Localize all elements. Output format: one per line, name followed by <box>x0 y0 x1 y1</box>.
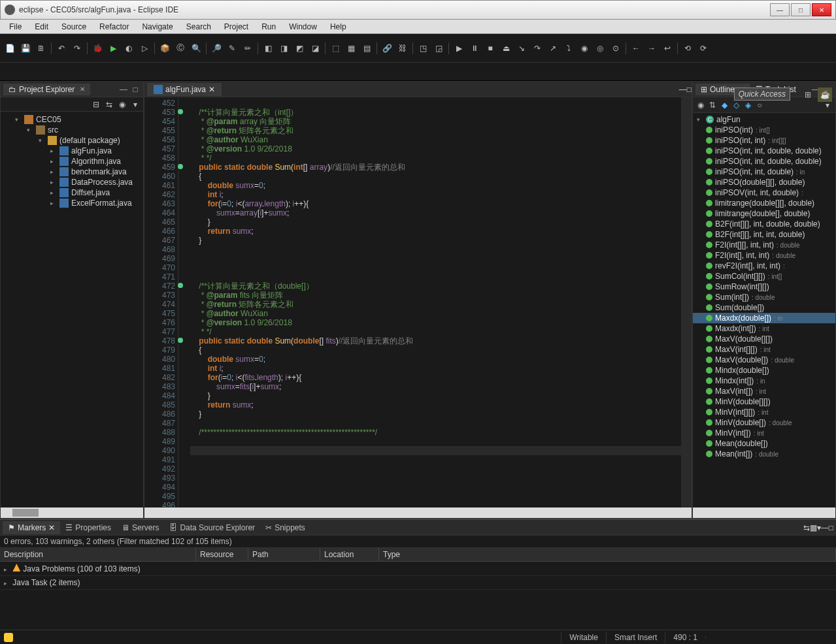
dse-tab[interactable]: 🗄Data Source Explorer <box>164 521 260 534</box>
hide-static-icon[interactable]: ◇ <box>731 100 741 110</box>
tb-ext-1[interactable]: ◳ <box>416 41 430 56</box>
outline-hscroll[interactable] <box>693 507 835 518</box>
outline-method[interactable]: MaxV(double[]) : double <box>693 355 835 365</box>
outline-tree[interactable]: ▾C algFun iniPSO(int) : int[]iniPSO(int,… <box>693 113 835 507</box>
editor-body[interactable]: 4524534544554564574584594604614624634644… <box>144 97 692 507</box>
disconnect-icon[interactable]: ⏏ <box>499 41 513 56</box>
view-menu-icon[interactable]: ▾ <box>130 99 141 110</box>
tree-package[interactable]: ▾(default package) <box>2 135 142 146</box>
run-icon[interactable]: ▶ <box>106 41 120 56</box>
tb-nav-3[interactable]: ▤ <box>359 41 374 56</box>
outline-method[interactable]: iniPSO(int, int, double, double) <box>693 156 835 167</box>
markers-row[interactable]: ▸ Java Task (2 items) <box>0 576 836 590</box>
quick-access-field[interactable]: Quick Access <box>734 88 790 101</box>
tb-link-2[interactable]: ⛓ <box>395 41 410 56</box>
outline-method[interactable]: Mindx(double[]) <box>693 365 835 376</box>
close-icon[interactable]: ✕ <box>48 523 55 532</box>
menu-run[interactable]: Run <box>255 21 282 33</box>
tree-file[interactable]: ▸benchmark.java <box>2 167 142 177</box>
last-edit-icon[interactable]: ↩ <box>660 41 675 56</box>
maximize-editor-icon[interactable]: □ <box>687 85 692 94</box>
focus-active-icon[interactable]: ◉ <box>695 100 706 110</box>
markers-table[interactable]: Description Resource Path Location Type … <box>0 548 836 630</box>
outline-method[interactable]: iniPSO(int, int, double, double) <box>693 146 835 156</box>
outline-method[interactable]: F2I(int[][], int, int) : double <box>693 240 835 250</box>
properties-tab[interactable]: ☰Properties <box>60 521 116 534</box>
tree-file[interactable]: ▸ExcelFormat.java <box>2 198 142 208</box>
outline-method[interactable]: MaxV(int[]) : int <box>693 386 835 396</box>
forward-icon[interactable]: → <box>644 41 659 56</box>
tb-nav-1[interactable]: ⬚ <box>328 41 343 56</box>
outline-method[interactable]: revF2I(int[], int, int) : <box>693 261 835 271</box>
tree-src[interactable]: ▾src <box>2 125 142 135</box>
tb-end-1[interactable]: ⟲ <box>680 41 695 56</box>
col-resource[interactable]: Resource <box>196 548 248 561</box>
tb-icon-2[interactable]: ◨ <box>276 41 291 56</box>
back-icon[interactable]: ← <box>629 41 643 56</box>
editor-tab[interactable]: algFun.java ✕ <box>147 83 222 96</box>
open-perspective-icon[interactable]: ⊞ <box>801 88 815 102</box>
step-into-icon[interactable]: ↘ <box>514 41 529 56</box>
tip-icon[interactable] <box>4 633 13 642</box>
servers-tab[interactable]: 🖥Servers <box>116 521 164 534</box>
new-class-icon[interactable]: Ⓒ <box>173 41 188 56</box>
outline-method[interactable]: Maxdx(double[]) : in <box>693 313 835 323</box>
line-gutter[interactable]: 4524534544554564574584594604614624634644… <box>144 97 178 507</box>
link-editor-icon[interactable]: ⇆ <box>104 99 114 110</box>
outline-method[interactable]: MinV(int[]) : int <box>693 428 835 438</box>
stop-icon[interactable]: ■ <box>483 41 497 56</box>
save-all-icon[interactable]: 🗎 <box>34 41 48 56</box>
outline-method[interactable]: SumRow(int[][]) <box>693 282 835 292</box>
minimize-button[interactable]: — <box>770 3 790 16</box>
outline-method[interactable]: F2I(int[], int, int) : double <box>693 250 835 261</box>
outline-method[interactable]: SumCol(int[][]) : int[] <box>693 271 835 282</box>
open-type-icon[interactable]: 🔍 <box>189 41 203 56</box>
outline-method[interactable]: iniPSO(double[][], double) <box>693 177 835 187</box>
annotation-icon[interactable]: ✏ <box>241 41 255 56</box>
tb-dbg-3[interactable]: ⊙ <box>609 41 623 56</box>
outline-method[interactable]: Mindx(int[]) : in <box>693 376 835 386</box>
outline-method[interactable]: iniPSO(int, int) : int[][] <box>693 135 835 146</box>
undo-icon[interactable]: ↶ <box>54 41 69 56</box>
outline-method[interactable]: Mean(double[]) <box>693 438 835 449</box>
outline-method[interactable]: MinV(double[][]) <box>693 396 835 407</box>
sort-icon[interactable]: ⇅ <box>707 100 718 110</box>
outline-method[interactable]: Sum(int[]) : double <box>693 292 835 302</box>
outline-method[interactable]: iniPSO(int, int, double) : in <box>693 167 835 177</box>
code-area[interactable]: /**计算向量元素之和（int[]） * @param array 向量矩阵 *… <box>178 97 681 507</box>
tb-link-1[interactable]: 🔗 <box>380 41 394 56</box>
maximize-panel-icon[interactable]: □ <box>130 84 141 95</box>
pause-icon[interactable]: ⏸ <box>467 41 482 56</box>
menu-edit[interactable]: Edit <box>28 21 55 33</box>
project-explorer-tab[interactable]: 🗀 Project Explorer ✕ <box>3 84 90 95</box>
redo-icon[interactable]: ↷ <box>70 41 84 56</box>
col-type[interactable]: Type <box>379 548 836 561</box>
col-location[interactable]: Location <box>320 548 379 561</box>
outline-method[interactable]: Sum(double[]) <box>693 302 835 313</box>
search-icon[interactable]: 🔎 <box>209 41 224 56</box>
resume-icon[interactable]: ▶ <box>452 41 466 56</box>
close-icon[interactable]: ✕ <box>209 85 215 94</box>
focus-task-icon[interactable]: ◉ <box>117 99 127 110</box>
outline-method[interactable]: iniPSOV(int, int, double) : <box>693 187 835 198</box>
outline-method[interactable]: MaxV(int[][]) : int <box>693 344 835 355</box>
outline-method[interactable]: MaxV(double[][]) <box>693 334 835 344</box>
markers-tab[interactable]: ⚑Markers✕ <box>3 521 60 534</box>
tree-file[interactable]: ▸Diffset.java <box>2 187 142 198</box>
bottom-filter-icon[interactable]: ▦ <box>810 523 817 532</box>
tb-icon-3[interactable]: ◩ <box>292 41 307 56</box>
minimize-editor-icon[interactable]: — <box>679 85 687 94</box>
close-icon[interactable]: ✕ <box>80 86 85 93</box>
tb-end-2[interactable]: ⟳ <box>696 41 711 56</box>
outline-method[interactable]: limitrange(double[][], double) <box>693 198 835 208</box>
tree-file[interactable]: ▸DataProcess.java <box>2 177 142 187</box>
outline-method[interactable]: B2F(int[][], int, int, double) <box>693 229 835 240</box>
new-package-icon[interactable]: 📦 <box>158 41 172 56</box>
minimize-panel-icon[interactable]: — <box>118 84 129 95</box>
outline-method[interactable]: Mean(int[]) : double <box>693 449 835 459</box>
debug-icon[interactable]: 🐞 <box>90 41 105 56</box>
collapse-all-icon[interactable]: ⊟ <box>91 99 101 110</box>
tb-nav-2[interactable]: ▦ <box>344 41 358 56</box>
tb-dbg-1[interactable]: ◉ <box>577 41 592 56</box>
outline-method[interactable]: Maxdx(int[]) : int <box>693 323 835 334</box>
